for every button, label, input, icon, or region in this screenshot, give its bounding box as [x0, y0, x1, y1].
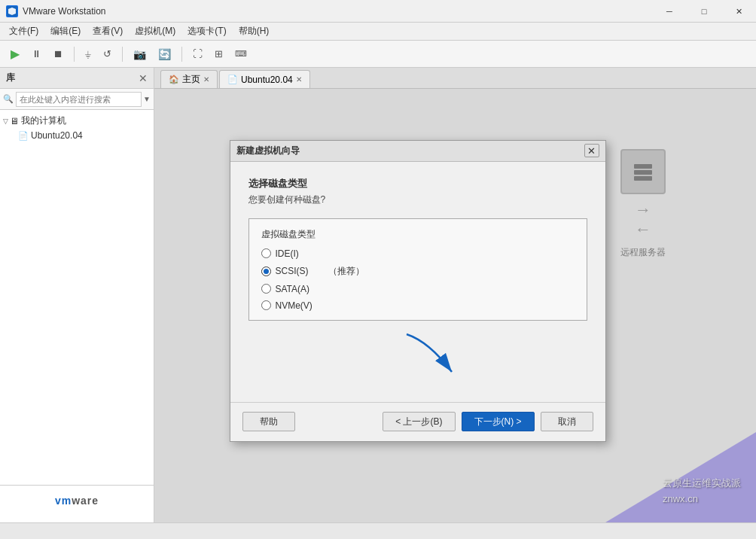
minimize-button[interactable]: ─ [652, 0, 687, 23]
radio-ide-label: IDE(I) [276, 248, 299, 259]
dialog-section-title: 选择磁盘类型 [248, 177, 587, 190]
unity-button[interactable]: ⊞ [210, 45, 227, 63]
menubar: 文件(F) 编辑(E) 查看(V) 虚拟机(M) 选项卡(T) 帮助(H) [0, 23, 756, 41]
disk-type-group: 虚拟磁盘类型 IDE(I) SCSI(S) （推荐） [248, 218, 587, 321]
menu-vm[interactable]: 虚拟机(M) [129, 23, 181, 39]
ubuntu-tab-icon: 📄 [227, 75, 238, 84]
tab-ubuntu-label: Ubuntu20.04 [241, 75, 293, 85]
main-layout: 库 ✕ 🔍 ▼ ▽ 🖥 我的计算机 📄 Ubuntu20.04 vmware [0, 68, 756, 522]
sidebar-close-button[interactable]: ✕ [139, 72, 148, 84]
suspend-button[interactable]: ⏚ [81, 45, 96, 63]
search-input[interactable] [16, 92, 142, 107]
snapshot-button[interactable]: 📷 [129, 45, 151, 63]
radio-scsi[interactable]: SCSI(S) （推荐） [261, 265, 575, 278]
tab-home-close[interactable]: ✕ [203, 75, 209, 84]
help-button[interactable]: 帮助 [242, 412, 295, 431]
ctrlaltdel-button[interactable]: ⌨ [230, 45, 251, 63]
maximize-button[interactable]: □ [687, 0, 721, 23]
prev-button[interactable]: < 上一步(B) [383, 412, 455, 431]
search-dropdown-arrow[interactable]: ▼ [143, 95, 151, 103]
tab-ubuntu-close[interactable]: ✕ [296, 75, 302, 84]
radio-scsi-circle [261, 266, 271, 276]
dialog-section-subtitle: 您要创建何种磁盘? [248, 193, 587, 206]
radio-nvme-label: NVMe(V) [276, 300, 312, 311]
sidebar-tree: ▽ 🖥 我的计算机 📄 Ubuntu20.04 [0, 110, 154, 485]
stop-button[interactable]: ⏹ [49, 45, 68, 63]
menu-tabs[interactable]: 选项卡(T) [181, 23, 232, 39]
new-vm-wizard-dialog: 新建虚拟机向导 ✕ 选择磁盘类型 您要创建何种磁盘? 虚拟磁盘类型 IDE(I) [230, 140, 606, 442]
statusbar [0, 522, 756, 539]
tabs-bar: 🏠 主页 ✕ 📄 Ubuntu20.04 ✕ [154, 68, 756, 89]
fullscreen-button[interactable]: ⛶ [188, 45, 207, 63]
sidebar-item-ubuntu[interactable]: 📄 Ubuntu20.04 [0, 129, 154, 142]
dialog-title: 新建虚拟机向导 [236, 145, 300, 157]
radio-scsi-recommend: （推荐） [328, 265, 364, 278]
search-icon: 🔍 [3, 94, 14, 104]
content-body: →← 远程服务器 云原生运维实战派 znwx.cn 新建虚拟机向导 ✕ [154, 89, 756, 522]
sidebar-item-label: 我的计算机 [21, 114, 66, 127]
tab-home[interactable]: 🏠 主页 ✕ [160, 70, 218, 88]
menu-file[interactable]: 文件(F) [3, 23, 44, 39]
app-icon [6, 5, 18, 17]
arrow-space [248, 327, 587, 387]
sidebar-item-label: Ubuntu20.04 [31, 130, 83, 141]
computer-icon: 🖥 [10, 116, 19, 126]
toolbar-sep-1 [74, 47, 75, 62]
toolbar-sep-3 [181, 47, 182, 62]
radio-sata-label: SATA(A) [276, 284, 310, 294]
tab-home-label: 主页 [182, 73, 200, 86]
content-area: 🏠 主页 ✕ 📄 Ubuntu20.04 ✕ [154, 68, 756, 522]
window-controls: ─ □ ✕ [652, 0, 756, 23]
tab-ubuntu[interactable]: 📄 Ubuntu20.04 ✕ [219, 70, 310, 88]
menu-help[interactable]: 帮助(H) [233, 23, 276, 39]
toolbar-sep-2 [122, 47, 123, 62]
next-button[interactable]: 下一步(N) > [462, 412, 535, 431]
radio-nvme-circle [261, 300, 271, 310]
sidebar-footer: vmware [0, 485, 154, 522]
radio-ide-circle [261, 248, 271, 258]
disk-type-group-label: 虚拟磁盘类型 [261, 228, 575, 241]
sidebar-header: 库 ✕ [0, 68, 154, 89]
radio-sata[interactable]: SATA(A) [261, 284, 575, 294]
radio-nvme[interactable]: NVMe(V) [261, 300, 575, 311]
sidebar-title: 库 [6, 72, 15, 84]
pause-button[interactable]: ⏸ [27, 45, 46, 63]
dialog-footer: 帮助 < 上一步(B) 下一步(N) > 取消 [230, 402, 605, 441]
menu-edit[interactable]: 编辑(E) [44, 23, 87, 39]
cancel-button[interactable]: 取消 [541, 412, 593, 431]
sidebar-search-bar: 🔍 ▼ [0, 89, 154, 110]
radio-ide[interactable]: IDE(I) [261, 248, 575, 259]
home-tab-icon: 🏠 [169, 75, 179, 84]
titlebar: VMware Workstation ─ □ ✕ [0, 0, 756, 23]
dialog-titlebar: 新建虚拟机向导 ✕ [230, 141, 605, 162]
close-button[interactable]: ✕ [721, 0, 756, 23]
play-button[interactable]: ▶ [6, 45, 24, 63]
sidebar-item-mycomputer[interactable]: ▽ 🖥 我的计算机 [0, 113, 154, 129]
arrow-annotation [384, 327, 489, 387]
radio-scsi-label: SCSI(S) [276, 266, 309, 276]
dialog-close-button[interactable]: ✕ [584, 144, 599, 157]
radio-sata-circle [261, 284, 271, 294]
vmware-logo: vmware [55, 495, 99, 513]
app-title: VMware Workstation [23, 6, 105, 17]
sidebar: 库 ✕ 🔍 ▼ ▽ 🖥 我的计算机 📄 Ubuntu20.04 vmware [0, 68, 154, 522]
dialog-overlay: 新建虚拟机向导 ✕ 选择磁盘类型 您要创建何种磁盘? 虚拟磁盘类型 IDE(I) [154, 89, 756, 522]
reboot-button[interactable]: ↺ [99, 45, 116, 63]
dialog-body: 选择磁盘类型 您要创建何种磁盘? 虚拟磁盘类型 IDE(I) [230, 162, 605, 402]
vm-icon: 📄 [18, 131, 29, 141]
menu-view[interactable]: 查看(V) [87, 23, 129, 39]
restore-button[interactable]: 🔄 [154, 45, 175, 63]
toolbar: ▶ ⏸ ⏹ ⏚ ↺ 📷 🔄 ⛶ ⊞ ⌨ [0, 41, 756, 68]
expand-icon: ▽ [3, 117, 8, 125]
